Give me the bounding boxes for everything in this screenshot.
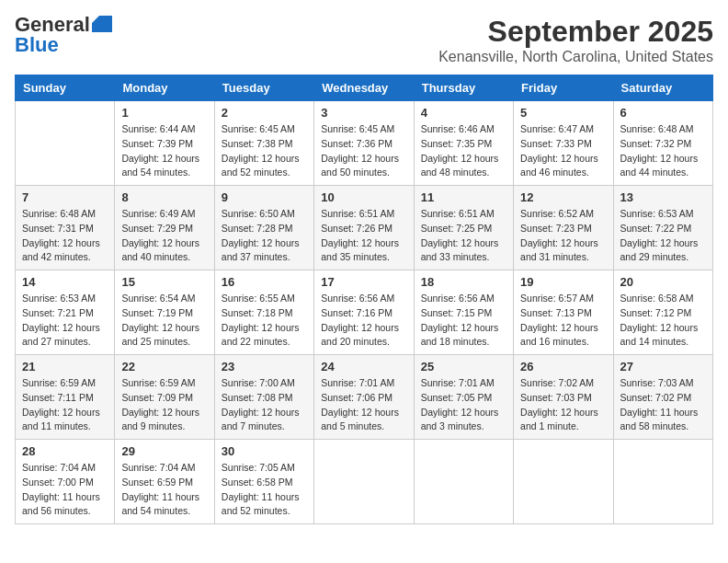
- logo: General Blue: [15, 15, 112, 55]
- calendar-cell: 8Sunrise: 6:49 AM Sunset: 7:29 PM Daylig…: [115, 186, 214, 270]
- cell-day-number: 26: [520, 360, 606, 373]
- calendar-cell: 30Sunrise: 7:05 AM Sunset: 6:58 PM Dayli…: [214, 440, 313, 524]
- cell-day-number: 11: [421, 190, 506, 204]
- cell-info: Sunrise: 6:59 AM Sunset: 7:09 PM Dayligh…: [121, 376, 207, 434]
- cell-info: Sunrise: 6:59 AM Sunset: 7:11 PM Dayligh…: [22, 376, 108, 434]
- cell-day-number: 25: [421, 360, 506, 373]
- calendar-cell: 6Sunrise: 6:48 AM Sunset: 7:32 PM Daylig…: [613, 101, 712, 186]
- cell-info: Sunrise: 6:49 AM Sunset: 7:29 PM Dayligh…: [121, 207, 207, 265]
- cell-info: Sunrise: 6:48 AM Sunset: 7:31 PM Dayligh…: [22, 207, 108, 265]
- calendar-cell: 11Sunrise: 6:51 AM Sunset: 7:25 PM Dayli…: [414, 186, 513, 270]
- calendar-table: SundayMondayTuesdayWednesdayThursdayFrid…: [15, 75, 713, 524]
- calendar-cell: 22Sunrise: 6:59 AM Sunset: 7:09 PM Dayli…: [115, 355, 214, 440]
- cell-day-number: 20: [620, 275, 706, 289]
- cell-day-number: 19: [520, 275, 606, 289]
- calendar-cell: 25Sunrise: 7:01 AM Sunset: 7:05 PM Dayli…: [414, 355, 513, 440]
- cell-info: Sunrise: 6:45 AM Sunset: 7:38 PM Dayligh…: [222, 122, 307, 180]
- cell-info: Sunrise: 6:58 AM Sunset: 7:12 PM Dayligh…: [620, 292, 706, 350]
- cell-day-number: 8: [121, 190, 207, 204]
- calendar-cell: 16Sunrise: 6:55 AM Sunset: 7:18 PM Dayli…: [214, 270, 313, 355]
- calendar-day-header: Sunday: [16, 75, 115, 101]
- svg-marker-0: [92, 16, 112, 32]
- cell-info: Sunrise: 7:00 AM Sunset: 7:08 PM Dayligh…: [222, 376, 307, 434]
- cell-info: Sunrise: 6:44 AM Sunset: 7:39 PM Dayligh…: [121, 122, 207, 180]
- cell-info: Sunrise: 6:55 AM Sunset: 7:18 PM Dayligh…: [222, 292, 307, 350]
- calendar-cell: [613, 440, 712, 524]
- calendar-cell: 29Sunrise: 7:04 AM Sunset: 6:59 PM Dayli…: [115, 440, 214, 524]
- calendar-cell: 21Sunrise: 6:59 AM Sunset: 7:11 PM Dayli…: [16, 355, 115, 440]
- cell-day-number: 1: [121, 106, 207, 120]
- calendar-cell: 18Sunrise: 6:56 AM Sunset: 7:15 PM Dayli…: [414, 270, 513, 355]
- cell-day-number: 17: [321, 275, 406, 289]
- logo-icon: [92, 16, 112, 32]
- cell-info: Sunrise: 6:48 AM Sunset: 7:32 PM Dayligh…: [620, 122, 706, 180]
- cell-day-number: 2: [222, 106, 307, 120]
- cell-day-number: 16: [222, 275, 307, 289]
- cell-info: Sunrise: 7:02 AM Sunset: 7:03 PM Dayligh…: [520, 376, 606, 434]
- cell-day-number: 15: [121, 275, 207, 289]
- calendar-cell: 14Sunrise: 6:53 AM Sunset: 7:21 PM Dayli…: [16, 270, 115, 355]
- cell-info: Sunrise: 7:04 AM Sunset: 6:59 PM Dayligh…: [121, 461, 207, 519]
- logo-blue-text: Blue: [15, 35, 59, 55]
- calendar-cell: 9Sunrise: 6:50 AM Sunset: 7:28 PM Daylig…: [214, 186, 313, 270]
- calendar-cell: 5Sunrise: 6:47 AM Sunset: 7:33 PM Daylig…: [514, 101, 613, 186]
- cell-day-number: 30: [222, 444, 307, 458]
- calendar-cell: 2Sunrise: 6:45 AM Sunset: 7:38 PM Daylig…: [214, 101, 313, 186]
- calendar-cell: 12Sunrise: 6:52 AM Sunset: 7:23 PM Dayli…: [514, 186, 613, 270]
- calendar-cell: [314, 440, 414, 524]
- cell-info: Sunrise: 6:54 AM Sunset: 7:19 PM Dayligh…: [121, 292, 207, 350]
- cell-day-number: 5: [520, 106, 606, 120]
- cell-info: Sunrise: 6:52 AM Sunset: 7:23 PM Dayligh…: [520, 207, 606, 265]
- cell-info: Sunrise: 6:51 AM Sunset: 7:25 PM Dayligh…: [421, 207, 506, 265]
- cell-info: Sunrise: 7:01 AM Sunset: 7:06 PM Dayligh…: [321, 376, 406, 434]
- cell-info: Sunrise: 7:05 AM Sunset: 6:58 PM Dayligh…: [222, 461, 307, 519]
- calendar-cell: 28Sunrise: 7:04 AM Sunset: 7:00 PM Dayli…: [16, 440, 115, 524]
- month-title: September 2025: [438, 15, 713, 49]
- cell-day-number: 3: [321, 106, 406, 120]
- cell-info: Sunrise: 6:53 AM Sunset: 7:21 PM Dayligh…: [22, 292, 108, 350]
- calendar-cell: [514, 440, 613, 524]
- title-area: September 2025 Kenansville, North Caroli…: [438, 15, 713, 65]
- cell-day-number: 18: [421, 275, 506, 289]
- calendar-header-row: SundayMondayTuesdayWednesdayThursdayFrid…: [16, 75, 713, 101]
- calendar-cell: 19Sunrise: 6:57 AM Sunset: 7:13 PM Dayli…: [514, 270, 613, 355]
- cell-day-number: 21: [22, 360, 108, 373]
- cell-day-number: 7: [22, 190, 108, 204]
- logo-general-text: General: [15, 15, 90, 35]
- cell-day-number: 6: [620, 106, 706, 120]
- calendar-cell: 3Sunrise: 6:45 AM Sunset: 7:36 PM Daylig…: [314, 101, 414, 186]
- cell-day-number: 28: [22, 444, 108, 458]
- calendar-week-row: 1Sunrise: 6:44 AM Sunset: 7:39 PM Daylig…: [16, 101, 713, 186]
- calendar-cell: 24Sunrise: 7:01 AM Sunset: 7:06 PM Dayli…: [314, 355, 414, 440]
- page-header: General Blue September 2025 Kenansville,…: [15, 15, 713, 65]
- cell-info: Sunrise: 6:47 AM Sunset: 7:33 PM Dayligh…: [520, 122, 606, 180]
- cell-day-number: 9: [222, 190, 307, 204]
- calendar-cell: 13Sunrise: 6:53 AM Sunset: 7:22 PM Dayli…: [613, 186, 712, 270]
- cell-day-number: 14: [22, 275, 108, 289]
- calendar-cell: 17Sunrise: 6:56 AM Sunset: 7:16 PM Dayli…: [314, 270, 414, 355]
- calendar-cell: [16, 101, 115, 186]
- cell-day-number: 4: [421, 106, 506, 120]
- cell-info: Sunrise: 6:56 AM Sunset: 7:16 PM Dayligh…: [321, 292, 406, 350]
- calendar-day-header: Tuesday: [214, 75, 313, 101]
- cell-info: Sunrise: 6:56 AM Sunset: 7:15 PM Dayligh…: [421, 292, 506, 350]
- cell-day-number: 27: [620, 360, 706, 373]
- cell-day-number: 10: [321, 190, 406, 204]
- calendar-day-header: Wednesday: [314, 75, 414, 101]
- cell-info: Sunrise: 6:50 AM Sunset: 7:28 PM Dayligh…: [222, 207, 307, 265]
- calendar-day-header: Friday: [514, 75, 613, 101]
- cell-day-number: 29: [121, 444, 207, 458]
- location-title: Kenansville, North Carolina, United Stat…: [438, 49, 713, 65]
- cell-info: Sunrise: 6:51 AM Sunset: 7:26 PM Dayligh…: [321, 207, 406, 265]
- calendar-cell: 23Sunrise: 7:00 AM Sunset: 7:08 PM Dayli…: [214, 355, 313, 440]
- calendar-day-header: Monday: [115, 75, 214, 101]
- cell-day-number: 24: [321, 360, 406, 373]
- calendar-cell: 7Sunrise: 6:48 AM Sunset: 7:31 PM Daylig…: [16, 186, 115, 270]
- cell-info: Sunrise: 6:46 AM Sunset: 7:35 PM Dayligh…: [421, 122, 506, 180]
- calendar-week-row: 14Sunrise: 6:53 AM Sunset: 7:21 PM Dayli…: [16, 270, 713, 355]
- cell-day-number: 23: [222, 360, 307, 373]
- cell-day-number: 22: [121, 360, 207, 373]
- calendar-cell: 27Sunrise: 7:03 AM Sunset: 7:02 PM Dayli…: [613, 355, 712, 440]
- calendar-cell: [414, 440, 513, 524]
- calendar-day-header: Saturday: [613, 75, 712, 101]
